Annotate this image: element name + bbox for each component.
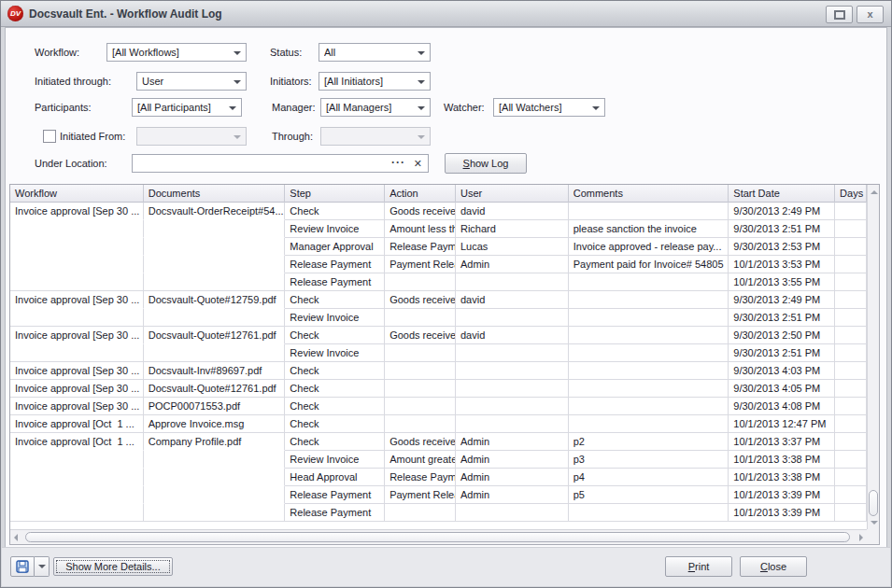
cell[interactable]: Release Payment xyxy=(385,238,456,256)
horizontal-scroll-thumb[interactable] xyxy=(25,532,850,542)
initiated-through-dropdown[interactable]: User xyxy=(136,72,247,91)
cell[interactable] xyxy=(835,362,867,380)
table-row[interactable]: Release Payment10/1/2013 3:39 PM xyxy=(10,504,867,522)
cell[interactable] xyxy=(835,344,867,362)
workflow-filter-dropdown[interactable]: [All Workflows] xyxy=(106,43,247,62)
cell[interactable] xyxy=(456,309,569,327)
cell[interactable]: POCP00071553.pdf xyxy=(144,398,286,415)
cell[interactable]: Invoice approval [Sep 30 ... xyxy=(10,380,144,398)
table-row[interactable]: Release PaymentPayment ReleasedAdminPaym… xyxy=(10,256,867,273)
table-row[interactable]: Review Invoice9/30/2013 2:51 PM xyxy=(10,309,867,327)
column-header-comments[interactable]: Comments xyxy=(569,185,729,203)
browse-ellipsis-icon[interactable]: ··· xyxy=(391,156,405,169)
cell[interactable] xyxy=(456,504,569,522)
cell[interactable]: Admin xyxy=(456,486,569,504)
cell[interactable]: Docsvault-Quote#12761.pdf xyxy=(144,327,286,344)
cell[interactable] xyxy=(144,504,286,522)
cell[interactable]: Company Profile.pdf xyxy=(144,433,286,451)
cell[interactable]: Docsvault-OrderReceipt#54... xyxy=(144,203,286,220)
cell[interactable] xyxy=(456,362,569,380)
cell[interactable]: 10/1/2013 3:53 PM xyxy=(729,256,835,273)
table-row[interactable]: Invoice approval [Sep 30 ...Docsvault-Or… xyxy=(10,203,867,220)
cell[interactable] xyxy=(10,309,144,327)
cell[interactable]: david xyxy=(456,291,569,309)
close-button[interactable]: Close xyxy=(740,556,807,577)
save-options-dropdown[interactable] xyxy=(35,556,50,577)
cell[interactable] xyxy=(144,273,286,291)
cell[interactable] xyxy=(835,256,867,273)
cell[interactable]: Invoice approved - release pay... xyxy=(569,238,729,256)
cell[interactable]: Goods received xyxy=(385,291,456,309)
cell[interactable]: Check xyxy=(285,362,385,380)
table-row[interactable]: Manager ApprovalRelease PaymentLucasInvo… xyxy=(10,238,867,256)
cell[interactable]: Manager Approval xyxy=(285,238,385,256)
cell[interactable]: 9/30/2013 4:05 PM xyxy=(729,380,835,398)
table-row[interactable]: Invoice approval [Sep 30 ...POCP00071553… xyxy=(10,398,867,415)
column-header-start-date[interactable]: Start Date xyxy=(729,185,835,203)
clear-location-icon[interactable]: ✕ xyxy=(414,158,422,170)
table-row[interactable]: Invoice approval [Sep 30 ...Docsvault-Qu… xyxy=(10,380,867,398)
cell[interactable]: 10/1/2013 3:37 PM xyxy=(729,433,835,451)
cell[interactable] xyxy=(10,469,144,486)
cell[interactable] xyxy=(835,273,867,291)
cell[interactable]: Check xyxy=(285,433,385,451)
participants-dropdown[interactable]: [All Participants] xyxy=(132,98,242,117)
table-row[interactable]: Review InvoiceAmount less tha...Richardp… xyxy=(10,220,867,238)
cell[interactable]: Admin xyxy=(456,451,569,469)
cell[interactable] xyxy=(10,504,144,522)
cell[interactable]: Release Payment xyxy=(285,273,385,291)
cell[interactable]: Check xyxy=(285,203,385,220)
cell[interactable]: Amount less tha... xyxy=(385,220,456,238)
cell[interactable] xyxy=(144,451,286,469)
cell[interactable]: 9/30/2013 2:53 PM xyxy=(729,238,835,256)
cell[interactable] xyxy=(835,433,867,451)
cell[interactable]: Goods received xyxy=(385,203,456,220)
cell[interactable] xyxy=(385,362,456,380)
cell[interactable] xyxy=(456,380,569,398)
table-row[interactable]: Invoice approval [Sep 30 ...Docsvault-Qu… xyxy=(10,291,867,309)
cell[interactable]: p3 xyxy=(569,451,729,469)
cell[interactable]: Invoice approval [Sep 30 ... xyxy=(10,362,144,380)
cell[interactable]: Invoice approval [Sep 30 ... xyxy=(10,327,144,344)
show-log-button[interactable]: Show Log xyxy=(445,153,527,174)
cell[interactable] xyxy=(835,451,867,469)
cell[interactable] xyxy=(835,238,867,256)
cell[interactable]: Check xyxy=(285,327,385,344)
cell[interactable]: Invoice approval [Oct 1 ... xyxy=(10,433,144,451)
table-row[interactable]: Invoice approval [Oct 1 ...Company Profi… xyxy=(10,433,867,451)
column-header-workflow[interactable]: Workflow xyxy=(10,185,144,203)
cell[interactable] xyxy=(569,203,729,220)
cell[interactable] xyxy=(835,309,867,327)
table-row[interactable]: Release Payment10/1/2013 3:55 PM xyxy=(10,273,867,291)
cell[interactable] xyxy=(10,220,144,238)
cell[interactable]: Admin xyxy=(456,433,569,451)
cell[interactable]: david xyxy=(456,203,569,220)
cell[interactable] xyxy=(456,273,569,291)
initiated-from-checkbox[interactable] xyxy=(43,130,56,143)
cell[interactable]: Lucas xyxy=(456,238,569,256)
cell[interactable] xyxy=(10,238,144,256)
table-row[interactable]: Invoice approval [Oct 1 ...Approve Invoi… xyxy=(10,415,867,433)
cell[interactable] xyxy=(144,238,286,256)
cell[interactable] xyxy=(569,309,729,327)
cell[interactable] xyxy=(569,398,729,415)
cell[interactable]: 9/30/2013 2:49 PM xyxy=(729,291,835,309)
cell[interactable]: Admin xyxy=(456,256,569,273)
cell[interactable]: 9/30/2013 2:49 PM xyxy=(729,203,835,220)
cell[interactable]: Check xyxy=(285,380,385,398)
scroll-left-icon[interactable] xyxy=(14,534,18,541)
cell[interactable] xyxy=(385,415,456,433)
cell[interactable]: Check xyxy=(285,398,385,415)
cell[interactable]: Review Invoice xyxy=(285,220,385,238)
cell[interactable]: Release Paymnet xyxy=(385,469,456,486)
cell[interactable]: Docsvault-Inv#89697.pdf xyxy=(144,362,286,380)
cell[interactable]: 10/1/2013 3:39 PM xyxy=(729,504,835,522)
cell[interactable]: p4 xyxy=(569,469,729,486)
cell[interactable] xyxy=(569,327,729,344)
cell[interactable] xyxy=(10,451,144,469)
maximize-button[interactable] xyxy=(826,6,853,23)
cell[interactable] xyxy=(835,327,867,344)
cell[interactable]: Head Approval xyxy=(285,469,385,486)
cell[interactable]: please sanction the invoice xyxy=(569,220,729,238)
cell[interactable] xyxy=(456,415,569,433)
